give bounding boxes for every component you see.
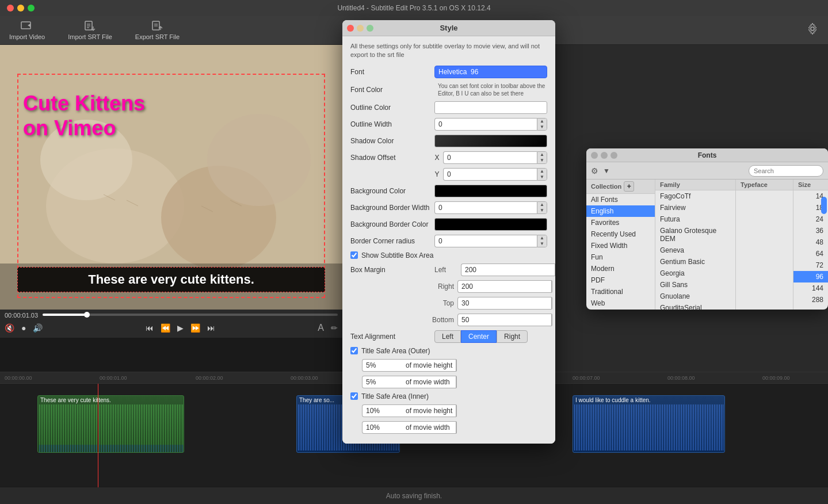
close-button[interactable]	[7, 5, 14, 12]
left-margin-stepper[interactable]: ▲ ▼	[461, 264, 518, 276]
mute-button[interactable]: 🔇	[5, 323, 14, 333]
skip-to-end-button[interactable]: ⏭	[207, 323, 215, 333]
family-item[interactable]: Georgia	[655, 268, 735, 279]
family-item[interactable]: Gill Sans	[655, 279, 735, 291]
text-tool-button[interactable]: A	[318, 323, 324, 333]
border-corner-stepper[interactable]: ▲ ▼	[434, 235, 547, 247]
shadow-y-up[interactable]: ▲	[537, 169, 547, 174]
bg-border-color-swatch[interactable]	[434, 218, 547, 231]
rewind-button[interactable]: ⏪	[161, 323, 170, 333]
fonts-maximize-button[interactable]	[610, 152, 617, 159]
bg-border-width-stepper[interactable]: ▲ ▼	[434, 201, 547, 214]
family-item[interactable]: FagoCoTf	[655, 190, 735, 202]
edit-tool-button[interactable]: ✏	[331, 323, 338, 333]
family-item[interactable]: Gnuolane	[655, 291, 735, 302]
add-collection-button[interactable]: +	[624, 181, 634, 192]
family-item[interactable]: Fairview	[655, 202, 735, 213]
progress-bar[interactable]	[43, 314, 338, 316]
size-scrollbar-thumb[interactable]	[821, 197, 827, 214]
timeline-clip-1[interactable]: These are very cute kittens.	[37, 395, 184, 453]
right-margin-input[interactable]	[457, 280, 551, 293]
minimize-button[interactable]	[17, 5, 24, 12]
fonts-search-input[interactable]	[749, 165, 823, 177]
outline-width-down[interactable]: ▼	[537, 124, 547, 130]
family-item[interactable]: Galano Grotesque DEM	[655, 225, 735, 245]
outer-height-down[interactable]: ▼	[456, 365, 457, 371]
fonts-gear-dropdown[interactable]: ▼	[603, 167, 610, 175]
outline-width-stepper[interactable]: ▲ ▼	[434, 118, 547, 131]
show-subtitle-box-checkbox[interactable]	[350, 251, 358, 259]
left-margin-input[interactable]	[461, 264, 555, 276]
collection-item[interactable]: Fun	[586, 251, 655, 263]
collection-item[interactable]: Recently Used	[586, 228, 655, 240]
import-srt-button[interactable]: Import SRT File	[68, 20, 112, 40]
collection-item[interactable]: Traditional	[586, 286, 655, 297]
bottom-margin-down[interactable]: ▼	[552, 320, 552, 326]
shadow-x-input[interactable]	[443, 151, 537, 164]
bottom-margin-input[interactable]	[457, 314, 551, 326]
border-corner-up[interactable]: ▲	[537, 235, 547, 241]
dialog-maximize-button[interactable]	[367, 25, 373, 32]
fast-forward-button[interactable]: ⏩	[190, 323, 200, 333]
right-margin-stepper[interactable]: ▲ ▼	[457, 280, 515, 293]
title-safe-inner-checkbox[interactable]	[350, 392, 358, 400]
timeline-clip-3[interactable]: I would like to cuddle a kitten.	[573, 395, 725, 453]
dialog-minimize-button[interactable]	[357, 25, 364, 32]
family-item[interactable]: Futura	[655, 213, 735, 225]
outer-width-up[interactable]: ▲	[456, 376, 457, 382]
dialog-close-button[interactable]	[347, 25, 354, 32]
shadow-color-swatch[interactable]	[434, 135, 547, 147]
fonts-gear-icon[interactable]: ⚙	[591, 166, 598, 175]
bottom-margin-up[interactable]: ▲	[552, 314, 552, 320]
top-margin-stepper[interactable]: ▲ ▼	[457, 297, 515, 310]
bg-border-width-down[interactable]: ▼	[537, 208, 547, 213]
outer-height-stepper[interactable]: ▲ ▼	[362, 359, 402, 372]
inner-height-up[interactable]: ▲	[456, 405, 457, 411]
border-corner-input[interactable]	[434, 235, 537, 247]
shadow-y-input[interactable]	[443, 168, 537, 181]
outline-width-input[interactable]	[434, 118, 537, 131]
collection-item[interactable]: Favorites	[586, 217, 655, 228]
volume-button[interactable]: 🔊	[33, 323, 43, 333]
inner-width-stepper[interactable]: ▲ ▼	[362, 421, 402, 434]
fonts-minimize-button[interactable]	[601, 152, 608, 159]
shadow-y-stepper[interactable]: ▲ ▼	[443, 168, 547, 181]
top-margin-down[interactable]: ▼	[552, 303, 552, 309]
collection-item[interactable]: Modern	[586, 263, 655, 274]
bg-border-width-up[interactable]: ▲	[537, 202, 547, 208]
import-video-button[interactable]: Import Video	[9, 20, 45, 40]
inner-width-down[interactable]: ▼	[456, 427, 457, 433]
outer-height-up[interactable]: ▲	[456, 360, 457, 365]
title-safe-outer-checkbox[interactable]	[350, 347, 358, 354]
family-item[interactable]: Gentium Basic	[655, 256, 735, 268]
shadow-x-up[interactable]: ▲	[537, 152, 547, 158]
bg-color-swatch[interactable]	[434, 185, 547, 197]
shadow-x-stepper[interactable]: ▲ ▼	[443, 151, 547, 164]
inner-height-down[interactable]: ▼	[456, 411, 457, 417]
export-srt-button[interactable]: Export SRT File	[135, 20, 180, 40]
fonts-close-button[interactable]	[591, 152, 598, 159]
video-container[interactable]: Cute Kittens on Vimeo These are very cut…	[0, 45, 342, 310]
inner-height-stepper[interactable]: ▲ ▼	[362, 404, 402, 417]
outer-width-down[interactable]: ▼	[456, 382, 457, 388]
top-margin-input[interactable]	[457, 297, 551, 310]
outer-width-stepper[interactable]: ▲ ▼	[362, 376, 402, 388]
inner-width-up[interactable]: ▲	[456, 422, 457, 427]
family-item[interactable]: Geneva	[655, 245, 735, 256]
right-margin-up[interactable]: ▲	[552, 281, 552, 287]
collection-item[interactable]: English	[586, 205, 655, 217]
right-margin-down[interactable]: ▼	[552, 287, 552, 292]
align-left-button[interactable]: Left	[434, 330, 461, 343]
bg-border-width-input[interactable]	[434, 201, 537, 214]
play-pause-button[interactable]: ▶	[177, 323, 184, 333]
collection-item[interactable]: All Fonts	[586, 194, 655, 205]
font-input[interactable]	[434, 66, 547, 78]
collection-item[interactable]: Web	[586, 297, 655, 309]
collection-item[interactable]: PDF	[586, 274, 655, 286]
skip-to-start-button[interactable]: ⏮	[146, 323, 154, 333]
outline-color-swatch[interactable]	[434, 101, 547, 114]
project-settings-button[interactable]	[806, 22, 819, 38]
top-margin-up[interactable]: ▲	[552, 297, 552, 303]
align-center-button[interactable]: Center	[461, 330, 497, 343]
shadow-x-down[interactable]: ▼	[537, 158, 547, 163]
